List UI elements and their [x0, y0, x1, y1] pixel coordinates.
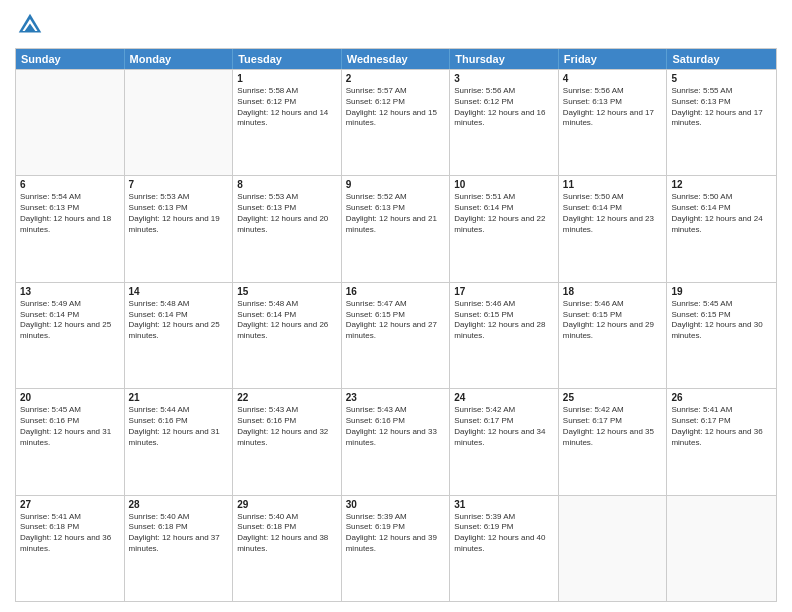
cell-info: Sunrise: 5:40 AM Sunset: 6:18 PM Dayligh…: [129, 512, 229, 555]
cell-info: Sunrise: 5:44 AM Sunset: 6:16 PM Dayligh…: [129, 405, 229, 448]
day-number: 16: [346, 286, 446, 297]
day-number: 29: [237, 499, 337, 510]
calendar-cell: 16Sunrise: 5:47 AM Sunset: 6:15 PM Dayli…: [342, 283, 451, 388]
day-number: 12: [671, 179, 772, 190]
cell-info: Sunrise: 5:48 AM Sunset: 6:14 PM Dayligh…: [237, 299, 337, 342]
page: SundayMondayTuesdayWednesdayThursdayFrid…: [0, 0, 792, 612]
cell-info: Sunrise: 5:48 AM Sunset: 6:14 PM Dayligh…: [129, 299, 229, 342]
cell-info: Sunrise: 5:43 AM Sunset: 6:16 PM Dayligh…: [237, 405, 337, 448]
calendar-cell: 23Sunrise: 5:43 AM Sunset: 6:16 PM Dayli…: [342, 389, 451, 494]
day-number: 11: [563, 179, 663, 190]
calendar-cell: [16, 70, 125, 175]
day-number: 27: [20, 499, 120, 510]
calendar-cell: 15Sunrise: 5:48 AM Sunset: 6:14 PM Dayli…: [233, 283, 342, 388]
calendar-cell: 6Sunrise: 5:54 AM Sunset: 6:13 PM Daylig…: [16, 176, 125, 281]
calendar-cell: 14Sunrise: 5:48 AM Sunset: 6:14 PM Dayli…: [125, 283, 234, 388]
cell-info: Sunrise: 5:42 AM Sunset: 6:17 PM Dayligh…: [454, 405, 554, 448]
cell-info: Sunrise: 5:39 AM Sunset: 6:19 PM Dayligh…: [454, 512, 554, 555]
cell-info: Sunrise: 5:46 AM Sunset: 6:15 PM Dayligh…: [454, 299, 554, 342]
day-number: 17: [454, 286, 554, 297]
calendar-cell: 7Sunrise: 5:53 AM Sunset: 6:13 PM Daylig…: [125, 176, 234, 281]
cell-info: Sunrise: 5:41 AM Sunset: 6:18 PM Dayligh…: [20, 512, 120, 555]
cell-info: Sunrise: 5:47 AM Sunset: 6:15 PM Dayligh…: [346, 299, 446, 342]
calendar-header: SundayMondayTuesdayWednesdayThursdayFrid…: [16, 49, 776, 69]
calendar-cell: 17Sunrise: 5:46 AM Sunset: 6:15 PM Dayli…: [450, 283, 559, 388]
calendar-row-2: 6Sunrise: 5:54 AM Sunset: 6:13 PM Daylig…: [16, 175, 776, 281]
calendar-cell: 30Sunrise: 5:39 AM Sunset: 6:19 PM Dayli…: [342, 496, 451, 601]
day-number: 9: [346, 179, 446, 190]
calendar-cell: [559, 496, 668, 601]
cell-info: Sunrise: 5:54 AM Sunset: 6:13 PM Dayligh…: [20, 192, 120, 235]
calendar-cell: 25Sunrise: 5:42 AM Sunset: 6:17 PM Dayli…: [559, 389, 668, 494]
cell-info: Sunrise: 5:53 AM Sunset: 6:13 PM Dayligh…: [129, 192, 229, 235]
day-number: 8: [237, 179, 337, 190]
cell-info: Sunrise: 5:39 AM Sunset: 6:19 PM Dayligh…: [346, 512, 446, 555]
day-number: 13: [20, 286, 120, 297]
calendar-cell: 10Sunrise: 5:51 AM Sunset: 6:14 PM Dayli…: [450, 176, 559, 281]
day-number: 28: [129, 499, 229, 510]
cell-info: Sunrise: 5:41 AM Sunset: 6:17 PM Dayligh…: [671, 405, 772, 448]
day-number: 24: [454, 392, 554, 403]
calendar-cell: [125, 70, 234, 175]
day-number: 7: [129, 179, 229, 190]
calendar-cell: [667, 496, 776, 601]
cell-info: Sunrise: 5:50 AM Sunset: 6:14 PM Dayligh…: [671, 192, 772, 235]
cell-info: Sunrise: 5:49 AM Sunset: 6:14 PM Dayligh…: [20, 299, 120, 342]
cell-info: Sunrise: 5:42 AM Sunset: 6:17 PM Dayligh…: [563, 405, 663, 448]
calendar-body: 1Sunrise: 5:58 AM Sunset: 6:12 PM Daylig…: [16, 69, 776, 601]
day-number: 25: [563, 392, 663, 403]
calendar-row-3: 13Sunrise: 5:49 AM Sunset: 6:14 PM Dayli…: [16, 282, 776, 388]
cell-info: Sunrise: 5:43 AM Sunset: 6:16 PM Dayligh…: [346, 405, 446, 448]
header: [15, 10, 777, 40]
cell-info: Sunrise: 5:57 AM Sunset: 6:12 PM Dayligh…: [346, 86, 446, 129]
day-number: 6: [20, 179, 120, 190]
day-number: 18: [563, 286, 663, 297]
calendar-cell: 12Sunrise: 5:50 AM Sunset: 6:14 PM Dayli…: [667, 176, 776, 281]
calendar-row-5: 27Sunrise: 5:41 AM Sunset: 6:18 PM Dayli…: [16, 495, 776, 601]
day-number: 26: [671, 392, 772, 403]
calendar-cell: 8Sunrise: 5:53 AM Sunset: 6:13 PM Daylig…: [233, 176, 342, 281]
day-header-friday: Friday: [559, 49, 668, 69]
day-number: 23: [346, 392, 446, 403]
calendar-cell: 26Sunrise: 5:41 AM Sunset: 6:17 PM Dayli…: [667, 389, 776, 494]
calendar-cell: 31Sunrise: 5:39 AM Sunset: 6:19 PM Dayli…: [450, 496, 559, 601]
cell-info: Sunrise: 5:45 AM Sunset: 6:16 PM Dayligh…: [20, 405, 120, 448]
calendar-row-4: 20Sunrise: 5:45 AM Sunset: 6:16 PM Dayli…: [16, 388, 776, 494]
day-number: 19: [671, 286, 772, 297]
cell-info: Sunrise: 5:40 AM Sunset: 6:18 PM Dayligh…: [237, 512, 337, 555]
calendar: SundayMondayTuesdayWednesdayThursdayFrid…: [15, 48, 777, 602]
day-number: 22: [237, 392, 337, 403]
cell-info: Sunrise: 5:55 AM Sunset: 6:13 PM Dayligh…: [671, 86, 772, 129]
day-number: 4: [563, 73, 663, 84]
calendar-cell: 29Sunrise: 5:40 AM Sunset: 6:18 PM Dayli…: [233, 496, 342, 601]
cell-info: Sunrise: 5:50 AM Sunset: 6:14 PM Dayligh…: [563, 192, 663, 235]
day-number: 10: [454, 179, 554, 190]
day-number: 31: [454, 499, 554, 510]
cell-info: Sunrise: 5:45 AM Sunset: 6:15 PM Dayligh…: [671, 299, 772, 342]
calendar-cell: 11Sunrise: 5:50 AM Sunset: 6:14 PM Dayli…: [559, 176, 668, 281]
calendar-cell: 2Sunrise: 5:57 AM Sunset: 6:12 PM Daylig…: [342, 70, 451, 175]
day-number: 3: [454, 73, 554, 84]
day-number: 2: [346, 73, 446, 84]
calendar-cell: 1Sunrise: 5:58 AM Sunset: 6:12 PM Daylig…: [233, 70, 342, 175]
day-header-monday: Monday: [125, 49, 234, 69]
calendar-cell: 24Sunrise: 5:42 AM Sunset: 6:17 PM Dayli…: [450, 389, 559, 494]
day-header-saturday: Saturday: [667, 49, 776, 69]
calendar-cell: 22Sunrise: 5:43 AM Sunset: 6:16 PM Dayli…: [233, 389, 342, 494]
day-number: 5: [671, 73, 772, 84]
cell-info: Sunrise: 5:58 AM Sunset: 6:12 PM Dayligh…: [237, 86, 337, 129]
calendar-cell: 9Sunrise: 5:52 AM Sunset: 6:13 PM Daylig…: [342, 176, 451, 281]
day-number: 14: [129, 286, 229, 297]
calendar-cell: 27Sunrise: 5:41 AM Sunset: 6:18 PM Dayli…: [16, 496, 125, 601]
day-number: 21: [129, 392, 229, 403]
calendar-cell: 28Sunrise: 5:40 AM Sunset: 6:18 PM Dayli…: [125, 496, 234, 601]
day-header-tuesday: Tuesday: [233, 49, 342, 69]
calendar-cell: 5Sunrise: 5:55 AM Sunset: 6:13 PM Daylig…: [667, 70, 776, 175]
calendar-cell: 13Sunrise: 5:49 AM Sunset: 6:14 PM Dayli…: [16, 283, 125, 388]
day-number: 1: [237, 73, 337, 84]
cell-info: Sunrise: 5:51 AM Sunset: 6:14 PM Dayligh…: [454, 192, 554, 235]
cell-info: Sunrise: 5:46 AM Sunset: 6:15 PM Dayligh…: [563, 299, 663, 342]
cell-info: Sunrise: 5:56 AM Sunset: 6:13 PM Dayligh…: [563, 86, 663, 129]
day-header-wednesday: Wednesday: [342, 49, 451, 69]
calendar-cell: 21Sunrise: 5:44 AM Sunset: 6:16 PM Dayli…: [125, 389, 234, 494]
